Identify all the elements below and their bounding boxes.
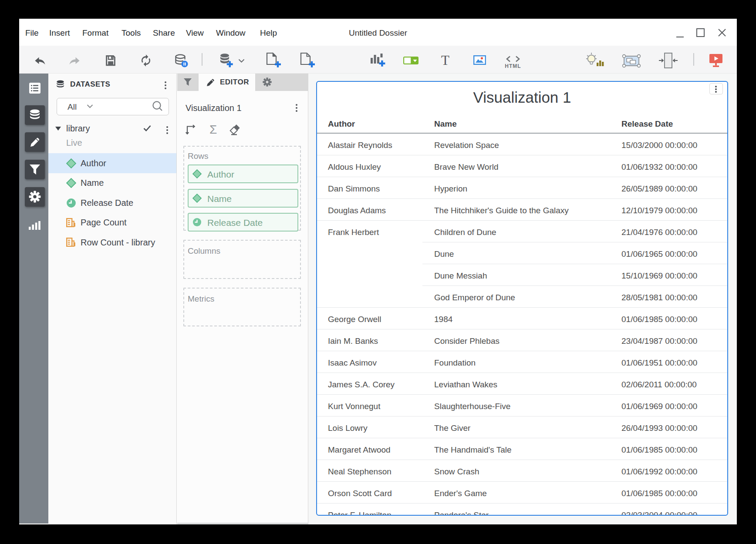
svg-text:HTML: HTML bbox=[505, 63, 521, 69]
